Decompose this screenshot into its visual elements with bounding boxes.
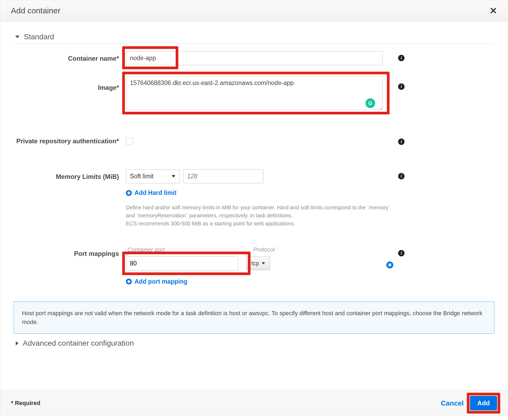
container-name-info: i [393, 51, 409, 61]
required-note: * Required [11, 400, 40, 407]
row-container-name: Container name* i [14, 51, 494, 65]
info-icon[interactable]: i [398, 250, 405, 256]
info-icon[interactable]: i [398, 138, 405, 145]
chevron-down-icon [15, 36, 20, 38]
container-name-label: Container name* [14, 51, 126, 63]
modal-body: Standard Container name* i Image* 157640… [0, 21, 508, 390]
section-standard-header[interactable]: Standard [14, 33, 494, 41]
info-icon[interactable]: i [398, 55, 405, 61]
protocol-value: tcp [251, 260, 259, 267]
row-port-mappings: Port mappings Container port Protocol tc… [14, 246, 494, 286]
image-textarea-wrap: 157640688306.dkr.ecr.us-east-2.amazonaws… [126, 76, 383, 111]
container-name-control [126, 51, 393, 65]
port-mappings-header: Container port Protocol [126, 246, 393, 253]
chevron-down-icon [172, 175, 175, 178]
add-port-mapping-link[interactable]: Add port mapping [126, 278, 187, 285]
divider [14, 43, 494, 44]
add-hard-limit-label: Add Hard limit [134, 189, 176, 196]
add-button-wrap: Add [470, 396, 497, 410]
image-control: 157640688306.dkr.ecr.us-east-2.amazonaws… [126, 76, 393, 111]
network-mode-info-panel: Host port mappings are not valid when th… [14, 302, 494, 334]
plus-icon [126, 190, 132, 196]
port-mappings-control: Container port Protocol tcp Add port map… [126, 246, 393, 286]
container-name-input[interactable] [126, 51, 383, 65]
modal-header: Add container ✕ [0, 0, 508, 21]
memory-limits-label: Memory Limits (MiB) [14, 169, 126, 181]
protocol-select[interactable]: tcp [246, 257, 270, 270]
memory-limit-value-input[interactable] [183, 169, 263, 183]
port-header-container-port: Container port [128, 246, 245, 253]
row-image: Image* 157640688306.dkr.ecr.us-east-2.am… [14, 76, 494, 111]
remove-port-mapping-icon[interactable] [386, 261, 393, 268]
chevron-down-icon [262, 262, 265, 264]
private-repo-auth-control [126, 135, 393, 145]
image-info: i [393, 76, 409, 90]
container-port-input[interactable] [126, 256, 238, 271]
row-memory-limits: Memory Limits (MiB) Soft limit Add Hard … [14, 169, 494, 228]
private-repo-auth-checkbox[interactable] [126, 138, 133, 145]
add-container-modal: Add container ✕ Standard Container name*… [0, 0, 508, 416]
port-mappings-label: Port mappings [14, 246, 126, 258]
memory-limits-help: Define hard and/or soft memory limits in… [126, 203, 393, 228]
section-advanced-title: Advanced container configuration [23, 339, 134, 348]
info-icon[interactable]: i [398, 83, 405, 90]
footer-actions: Cancel Add [441, 396, 497, 410]
add-button[interactable]: Add [470, 396, 497, 410]
image-label: Image* [14, 76, 126, 92]
port-header-protocol: Protocol [253, 246, 291, 253]
chevron-right-icon [16, 341, 18, 345]
close-icon[interactable]: ✕ [490, 6, 497, 15]
memory-limits-info: i [393, 169, 409, 179]
modal-title: Add container [11, 6, 60, 15]
memory-limits-control: Soft limit Add Hard limit Define hard an… [126, 169, 393, 228]
modal-footer: * Required Cancel Add [0, 390, 508, 416]
port-mapping-row: tcp [126, 256, 393, 271]
add-hard-limit-link[interactable]: Add Hard limit [126, 189, 176, 196]
section-advanced-header[interactable]: Advanced container configuration [14, 339, 494, 348]
cancel-button[interactable]: Cancel [441, 399, 464, 407]
grammarly-icon: G [365, 98, 375, 108]
plus-icon [126, 279, 132, 284]
private-repo-auth-label: Private repository authentication* [14, 135, 126, 145]
image-input[interactable]: 157640688306.dkr.ecr.us-east-2.amazonaws… [126, 76, 383, 110]
private-repo-auth-info: i [393, 135, 409, 145]
add-port-mapping-label: Add port mapping [134, 278, 187, 285]
port-mappings-info: i [393, 246, 409, 256]
memory-limit-type-value: Soft limit [130, 173, 153, 180]
memory-limit-type-select[interactable]: Soft limit [126, 169, 179, 183]
row-private-repo-auth: Private repository authentication* i [14, 135, 494, 145]
info-icon[interactable]: i [398, 173, 405, 179]
section-standard-title: Standard [24, 33, 54, 41]
